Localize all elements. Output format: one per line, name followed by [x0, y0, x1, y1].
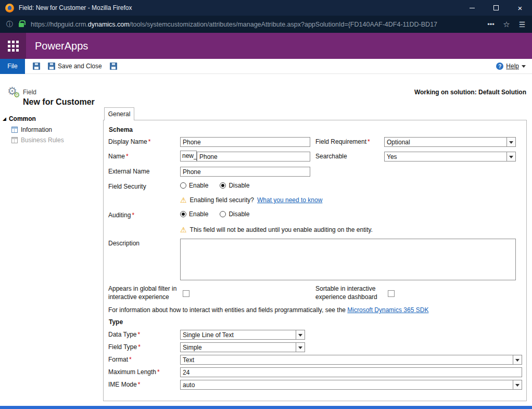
required-asterisk: *	[368, 138, 370, 145]
url-path: /tools/systemcustomization/attributes/ma…	[130, 21, 437, 28]
business-rules-icon	[11, 137, 18, 143]
field-type-select[interactable]: Simple	[180, 342, 305, 352]
searchable-label: Searchable	[315, 153, 347, 161]
dropdown-arrow-icon[interactable]	[506, 138, 515, 146]
save-and-new-icon	[110, 63, 117, 70]
save-button[interactable]	[33, 63, 40, 70]
auditing-enable-label: Enable	[189, 210, 208, 218]
hamburger-menu-icon[interactable]: ☰	[514, 20, 530, 29]
auditing-disable-label: Disable	[229, 210, 249, 218]
global-filter-checkbox[interactable]	[183, 290, 189, 297]
global-filter-label: Appears in global filter in interactive …	[108, 285, 182, 301]
gear-small-icon: ⚙	[14, 91, 20, 98]
data-type-value: Single Line of Text	[181, 330, 296, 339]
sidebar-item-label: Information	[21, 126, 52, 133]
field-security-disable-label: Disable	[229, 182, 249, 189]
file-menu-button[interactable]: File	[0, 59, 25, 74]
auditing-enable-radio[interactable]	[180, 211, 186, 217]
dropdown-arrow-icon[interactable]	[513, 355, 522, 364]
minimize-button[interactable]	[460, 0, 484, 16]
sidebar-item-label: Business Rules	[21, 137, 64, 144]
description-textarea[interactable]	[180, 239, 516, 280]
page-info-icon[interactable]: ⓘ	[6, 20, 13, 29]
field-entity-icon: ⚙ ⚙	[7, 85, 23, 101]
format-select[interactable]: Text	[180, 355, 522, 365]
data-type-select[interactable]: Single Line of Text	[180, 330, 305, 340]
name-prefix-box: new_	[180, 151, 197, 162]
field-security-radios: Enable Disable	[180, 182, 261, 189]
external-name-input[interactable]	[180, 167, 310, 177]
external-name-label: External Name	[108, 168, 149, 176]
firefox-icon	[5, 4, 14, 13]
window-titlebar: Field: New for Customer - Mozilla Firefo…	[0, 0, 532, 16]
browser-navbar: ⓘ https://hdpguid.crm.dynamics.com/tools…	[0, 16, 532, 33]
field-requirement-label: Field Requirement*	[315, 138, 370, 146]
ime-mode-select[interactable]: auto	[180, 380, 522, 390]
field-security-disable-radio[interactable]	[220, 182, 226, 189]
lock-icon[interactable]	[19, 23, 24, 27]
save-and-close-icon	[48, 63, 55, 70]
required-asterisk: *	[148, 138, 151, 145]
name-input[interactable]	[197, 152, 310, 162]
dynamics-365-sdk-link[interactable]: Microsoft Dynamics 365 SDK	[347, 306, 428, 314]
page-actions-icon[interactable]: •••	[483, 20, 499, 28]
maximum-length-label: Maximum Length*	[108, 368, 160, 377]
data-type-label: Data Type*	[108, 331, 140, 339]
searchable-select[interactable]: Yes	[384, 152, 516, 162]
record-type-label: Field	[23, 89, 36, 96]
required-asterisk: *	[138, 343, 141, 351]
save-and-new-button[interactable]	[110, 63, 117, 70]
schema-section-heading: Schema	[109, 126, 133, 133]
maximum-length-input[interactable]	[180, 367, 522, 377]
bookmark-star-icon[interactable]: ☆	[499, 20, 514, 29]
powerapps-header: PowerApps	[0, 33, 532, 59]
working-on-solution-label: Working on solution: Default Solution	[414, 89, 526, 96]
close-icon: ×	[518, 4, 523, 12]
field-security-enable-label: Enable	[189, 182, 208, 189]
close-button[interactable]: ×	[508, 0, 532, 16]
sidebar-item-business-rules[interactable]: Business Rules	[11, 137, 64, 144]
searchable-value: Yes	[385, 152, 506, 161]
save-and-close-button[interactable]: Save and Close	[48, 63, 102, 70]
auditing-warning: ⚠ This field will not be audited until y…	[180, 226, 373, 233]
auditing-disable-radio[interactable]	[220, 211, 226, 217]
url-domain: dynamics.com	[88, 21, 130, 28]
sortable-checkbox[interactable]	[388, 290, 395, 297]
required-asterisk: *	[132, 212, 134, 219]
what-you-need-to-know-link[interactable]: What you need to know	[257, 196, 322, 204]
dropdown-arrow-icon[interactable]	[513, 380, 522, 389]
command-toolbar: File Save and Close ? Help	[0, 59, 532, 74]
maximize-button[interactable]	[484, 0, 508, 16]
maximize-icon	[493, 5, 499, 10]
main-area: ⚙ ⚙ Field New for Customer Working on so…	[0, 74, 532, 406]
dropdown-arrow-icon[interactable]	[296, 343, 305, 352]
required-asterisk: *	[157, 368, 160, 376]
required-asterisk: *	[126, 153, 129, 160]
window-controls: ×	[460, 0, 532, 16]
field-requirement-select[interactable]: Optional	[384, 137, 516, 147]
field-security-warning: ⚠ Enabling field security? What you need…	[180, 196, 322, 204]
field-type-label: Field Type*	[108, 343, 141, 352]
sdk-note: For information about how to interact wi…	[108, 306, 428, 314]
name-label: Name*	[108, 153, 129, 161]
save-and-close-label: Save and Close	[58, 63, 102, 70]
field-security-enable-radio[interactable]	[180, 182, 186, 189]
help-menu[interactable]: ? Help	[496, 63, 526, 70]
help-icon: ?	[496, 63, 503, 70]
dropdown-arrow-icon[interactable]	[296, 330, 305, 339]
window-title: Field: New for Customer - Mozilla Firefo…	[19, 4, 132, 11]
bottom-accent-bar	[0, 406, 532, 409]
sidebar-group-common[interactable]: ◢ Common	[3, 115, 36, 122]
auditing-label: Auditing*	[108, 212, 134, 220]
required-asterisk: *	[137, 331, 140, 338]
save-icon	[33, 63, 40, 70]
expanded-triangle-icon: ◢	[3, 116, 6, 121]
field-type-value: Simple	[181, 343, 296, 352]
display-name-input[interactable]	[180, 137, 310, 147]
app-launcher-button[interactable]	[0, 33, 26, 59]
sidebar-item-information[interactable]: Information	[11, 126, 52, 133]
dropdown-arrow-icon[interactable]	[506, 152, 515, 161]
address-bar[interactable]: https://hdpguid.crm.dynamics.com/tools/s…	[31, 21, 483, 28]
tab-general[interactable]: General	[104, 107, 134, 120]
url-protocol-host: https://hdpguid.crm.	[31, 21, 88, 28]
